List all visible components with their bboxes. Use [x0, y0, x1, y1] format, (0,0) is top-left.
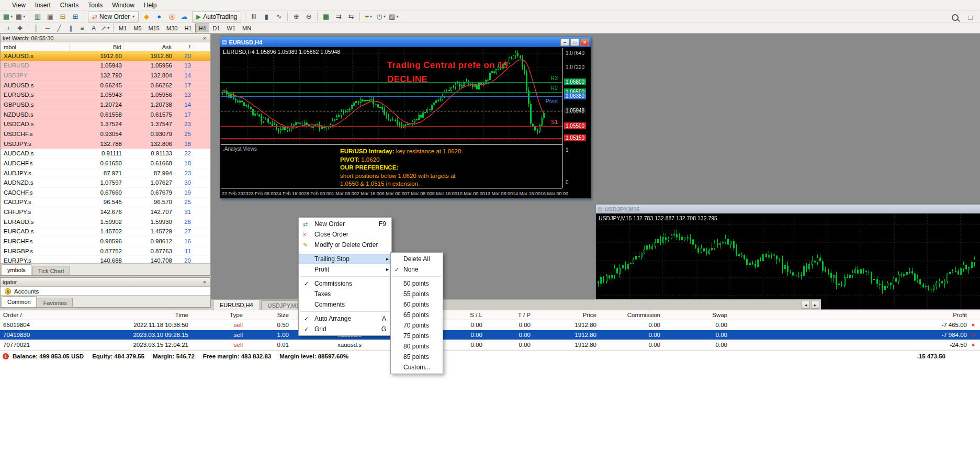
zoom-out-icon[interactable]: ⊖: [302, 11, 315, 22]
column-header-time[interactable]: Time: [110, 310, 188, 320]
market-watch-row-audusd-s[interactable]: AUDUSD.s0.662450.6626217: [1, 81, 210, 91]
menu-charts[interactable]: Charts: [55, 1, 83, 10]
trailing-option-65-points[interactable]: 65 points: [391, 310, 443, 320]
context-menu-item-modify-or-delete-order[interactable]: ✎Modify or Delete Order: [299, 240, 391, 250]
market-watch-row-audnzd-s[interactable]: AUDNZD.s1.075971.0762730: [1, 178, 210, 188]
periods-icon[interactable]: ◷▾: [375, 11, 387, 22]
order-row-65019804[interactable]: 650198042022.11.18 10:38:50sell0.500.000…: [0, 320, 980, 330]
order-row-70419830[interactable]: 704198302023.03.10 09:28:15sell1.00xauus…: [0, 330, 980, 340]
market-watch-row-usdjpy-s[interactable]: USDJPY.s132.788132.80618: [1, 139, 210, 149]
market-watch-column-mbol[interactable]: mbol: [1, 42, 70, 51]
tab-common[interactable]: Common: [2, 296, 37, 307]
market-watch-row-audjpy-s[interactable]: AUDJPY.s87.97187.99423: [1, 168, 210, 178]
mql5-community-icon[interactable]: ●: [153, 11, 165, 22]
column-header-price[interactable]: Price: [542, 310, 596, 320]
market-watch-column-bid[interactable]: Bid: [70, 42, 124, 51]
indicators-icon[interactable]: +▾: [362, 11, 375, 22]
chart-tab-eurusd-h4[interactable]: EURUSD,H4: [213, 299, 260, 310]
market-watch-row-eurchf-s[interactable]: EURCHF.s0.985960.9861216: [1, 236, 210, 246]
close-button[interactable]: ×: [580, 39, 589, 46]
horizontal-line-icon[interactable]: ─: [42, 23, 53, 33]
trailing-option-none[interactable]: ✓None: [391, 264, 443, 275]
virtual-hosting-icon[interactable]: ☁: [178, 11, 190, 22]
equidistant-channel-icon[interactable]: ∥: [65, 23, 76, 33]
market-watch-row-eurusd[interactable]: EURUSD1.059431.0595613: [1, 61, 210, 71]
metaeditor-icon[interactable]: ◆: [140, 11, 153, 22]
timeframe-m30[interactable]: M30: [163, 24, 181, 33]
trailing-option-60-points[interactable]: 60 points: [391, 299, 443, 310]
market-watch-row-usdjpy[interactable]: USDJPY132.790132.80414: [1, 71, 210, 81]
vertical-line-icon[interactable]: │: [30, 23, 42, 33]
close-icon[interactable]: ×: [201, 35, 208, 41]
column-header-t-p[interactable]: T / P: [485, 310, 531, 320]
navigator-titlebar[interactable]: igator ×: [1, 278, 210, 287]
close-order-icon[interactable]: ×: [969, 330, 977, 340]
context-menu-item-comments[interactable]: Comments: [299, 299, 391, 310]
market-watch-column-ask[interactable]: Ask: [124, 42, 174, 51]
timeframe-h4[interactable]: H4: [195, 24, 209, 33]
trailing-option-55-points[interactable]: 55 points: [391, 289, 443, 299]
market-watch-row-cadchf-s[interactable]: CADCHF.s0.676600.6767919: [1, 188, 210, 198]
close-icon[interactable]: ×: [201, 279, 208, 285]
timeframe-d1[interactable]: D1: [210, 24, 223, 33]
trailing-option-delete-all[interactable]: Delete All: [391, 254, 443, 264]
zoom-in-icon[interactable]: ⊕: [290, 11, 302, 22]
column-header-swap[interactable]: Swap: [673, 310, 727, 320]
minimize-button[interactable]: –: [560, 39, 569, 46]
trailing-option-85-points[interactable]: 85 points: [391, 352, 443, 362]
eurusd-window-titlebar[interactable]: ▤ EURUSD,H4 –□×: [220, 37, 591, 47]
menu-view[interactable]: View: [7, 1, 30, 10]
market-watch-row-audcad-s[interactable]: AUDCAD.s0.911110.9113322: [1, 149, 210, 159]
price-scale[interactable]: 1.076401.072201.068001.065001.063801.059…: [562, 48, 590, 188]
context-menu-item-new-order[interactable]: ⇄New OrderF9: [299, 219, 391, 229]
market-watch-icon[interactable]: ▥: [31, 11, 44, 22]
column-header-type[interactable]: Type: [205, 310, 243, 320]
column-header-size[interactable]: Size: [250, 310, 289, 320]
market-watch-row-chfjpy-s[interactable]: CHFJPY.s142.676142.70731: [1, 207, 210, 217]
templates-icon[interactable]: ▨▾: [387, 11, 400, 22]
timeframe-mn[interactable]: MN: [239, 24, 254, 33]
crosshair-icon[interactable]: ✚: [14, 23, 26, 33]
market-watch-row-eurgbp-s[interactable]: EURGBP.s0.877520.8776311: [1, 246, 210, 256]
usdjpy-candlestick-chart[interactable]: [596, 214, 980, 309]
tab-favorites[interactable]: Favorites: [38, 298, 73, 307]
trailing-option-50-points[interactable]: 50 points: [391, 278, 443, 289]
navigator-icon[interactable]: ⊟: [57, 11, 69, 22]
profiles-icon[interactable]: ▦▾: [14, 11, 27, 22]
auto-scroll-icon[interactable]: ⇉: [332, 11, 345, 22]
terminal-icon[interactable]: ⊞: [69, 11, 82, 22]
trailing-option-80-points[interactable]: 80 points: [391, 341, 443, 352]
text-icon[interactable]: A: [88, 23, 99, 33]
column-header-commission[interactable]: Commission: [605, 310, 660, 320]
tab-ymbols[interactable]: ymbols: [2, 264, 31, 275]
restore-button[interactable]: □: [570, 39, 579, 46]
context-menu-item-grid[interactable]: ✓GridG: [299, 324, 391, 334]
market-icon[interactable]: ◎: [165, 11, 178, 22]
bar-chart-icon[interactable]: Ⅲ: [247, 11, 260, 22]
arrows-icon[interactable]: ↗▾: [99, 23, 111, 33]
market-watch-row-eurusd-s[interactable]: EURUSD.s1.059431.0595613: [1, 91, 210, 100]
timeframe-w1[interactable]: W1: [224, 24, 239, 33]
chart-shift-icon[interactable]: ⇆: [345, 11, 357, 22]
menu-insert[interactable]: Insert: [30, 1, 55, 10]
new-order-button[interactable]: ⇄New Order▾: [88, 11, 139, 22]
market-watch-row-usdchf-s[interactable]: USDCHF.s0.930540.9307925: [1, 129, 210, 139]
close-order-icon[interactable]: ×: [969, 340, 977, 349]
candlestick-chart-icon[interactable]: ▮: [260, 11, 273, 22]
trailing-option-70-points[interactable]: 70 points: [391, 320, 443, 331]
cursor-icon[interactable]: +: [3, 23, 14, 33]
tile-windows-icon[interactable]: ▦: [320, 11, 332, 22]
market-watch-row-eurcad-s[interactable]: EURCAD.s1.457021.4572927: [1, 227, 210, 237]
column-header-order[interactable]: Order /: [3, 310, 71, 320]
usdjpy-window-titlebar[interactable]: ▤ USDJPY,M15: [596, 205, 980, 213]
trendline-icon[interactable]: ╱: [53, 23, 65, 33]
context-menu-item-auto-arrange[interactable]: ✓Auto ArrangeA: [299, 313, 391, 324]
market-watch-row-audchf-s[interactable]: AUDCHF.s0.616500.6166818: [1, 159, 210, 168]
layout-panels-icon[interactable]: □: [964, 12, 977, 23]
market-watch-row-gbpusd-s[interactable]: GBPUSD.s1.207241.2073814: [1, 100, 210, 110]
trailing-option-75-points[interactable]: 75 points: [391, 331, 443, 341]
context-menu-item-commissions[interactable]: ✓Commissions: [299, 278, 391, 289]
data-window-icon[interactable]: ▣: [44, 11, 57, 22]
timeframe-h1[interactable]: H1: [181, 24, 195, 33]
fibonacci-icon[interactable]: ≡: [76, 23, 88, 33]
